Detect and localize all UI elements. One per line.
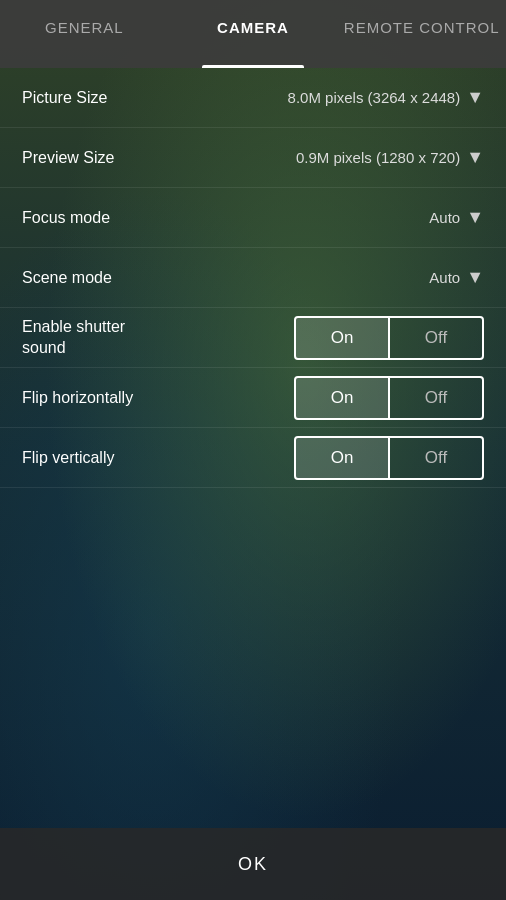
preview-size-value-group[interactable]: 0.9M pixels (1280 x 720) ▼	[296, 147, 484, 168]
picture-size-dropdown-icon: ▼	[466, 87, 484, 108]
ok-bar: OK	[0, 828, 506, 900]
picture-size-value: 8.0M pixels (3264 x 2448)	[288, 89, 461, 106]
focus-mode-value-group[interactable]: Auto ▼	[429, 207, 484, 228]
preview-size-value: 0.9M pixels (1280 x 720)	[296, 149, 460, 166]
focus-mode-dropdown-icon: ▼	[466, 207, 484, 228]
flip-horizontal-on-button[interactable]: On	[296, 378, 388, 418]
scene-mode-dropdown-icon: ▼	[466, 267, 484, 288]
ok-button[interactable]: OK	[198, 844, 308, 885]
settings-list: Picture Size 8.0M pixels (3264 x 2448) ▼…	[0, 68, 506, 828]
picture-size-row: Picture Size 8.0M pixels (3264 x 2448) ▼	[0, 68, 506, 128]
flip-vertical-off-button[interactable]: Off	[390, 438, 482, 478]
flip-vertical-on-button[interactable]: On	[296, 438, 388, 478]
flip-vertical-row: Flip vertically On Off	[0, 428, 506, 488]
tab-camera[interactable]: CAMERA	[169, 0, 338, 68]
preview-size-row: Preview Size 0.9M pixels (1280 x 720) ▼	[0, 128, 506, 188]
preview-size-label: Preview Size	[22, 149, 296, 167]
scene-mode-value-group[interactable]: Auto ▼	[429, 267, 484, 288]
shutter-sound-on-button[interactable]: On	[296, 318, 388, 358]
focus-mode-row: Focus mode Auto ▼	[0, 188, 506, 248]
focus-mode-label: Focus mode	[22, 209, 429, 227]
picture-size-label: Picture Size	[22, 89, 288, 107]
tab-general[interactable]: GENERAL	[0, 0, 169, 68]
shutter-sound-row: Enable shutter sound On Off	[0, 308, 506, 368]
shutter-sound-off-button[interactable]: Off	[390, 318, 482, 358]
flip-horizontal-off-button[interactable]: Off	[390, 378, 482, 418]
scene-mode-row: Scene mode Auto ▼	[0, 248, 506, 308]
scene-mode-value: Auto	[429, 269, 460, 286]
shutter-sound-toggle[interactable]: On Off	[294, 316, 484, 360]
flip-horizontal-row: Flip horizontally On Off	[0, 368, 506, 428]
preview-size-dropdown-icon: ▼	[466, 147, 484, 168]
flip-horizontal-label: Flip horizontally	[22, 389, 294, 407]
tab-remote-control[interactable]: REMOTE CONTROL	[337, 0, 506, 68]
flip-vertical-toggle[interactable]: On Off	[294, 436, 484, 480]
flip-vertical-label: Flip vertically	[22, 449, 294, 467]
flip-horizontal-toggle[interactable]: On Off	[294, 376, 484, 420]
scene-mode-label: Scene mode	[22, 269, 429, 287]
focus-mode-value: Auto	[429, 209, 460, 226]
tab-bar: GENERAL CAMERA REMOTE CONTROL	[0, 0, 506, 68]
picture-size-value-group[interactable]: 8.0M pixels (3264 x 2448) ▼	[288, 87, 484, 108]
shutter-sound-label: Enable shutter sound	[22, 317, 294, 359]
